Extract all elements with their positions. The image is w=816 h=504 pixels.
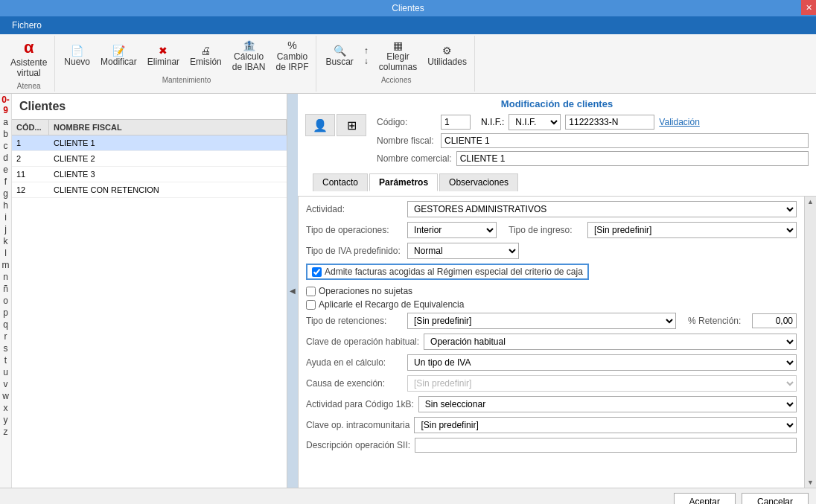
alpha-item-y[interactable]: y: [0, 414, 11, 426]
tipo-ingreso-label: Tipo de ingreso:: [509, 225, 583, 235]
clave-intracomunitaria-row: Clave op. intracomunitaria [Sin predefin…: [306, 417, 797, 433]
detail-title: Modificación de clientes: [305, 98, 809, 109]
nuevo-button[interactable]: 📄 Nuevo: [60, 42, 95, 69]
alpha-item-t[interactable]: t: [0, 354, 11, 366]
window-title: Clientes: [392, 3, 424, 13]
ayuda-calculo-label: Ayuda en el cálculo:: [306, 357, 403, 368]
alpha-item-n[interactable]: n: [0, 271, 11, 283]
alpha-item-r[interactable]: r: [0, 331, 11, 342]
modificar-button[interactable]: 📝 Modificar: [96, 42, 141, 69]
causa-exencion-select[interactable]: [Sin predefinir]: [407, 375, 797, 392]
pct-retencion-input[interactable]: [752, 313, 797, 328]
sort-button[interactable]: ↑↓: [360, 44, 373, 68]
codigo-input[interactable]: [441, 115, 471, 130]
tipo-iva-select[interactable]: Normal: [407, 243, 519, 259]
list-row[interactable]: 11 CLIENTE 3: [12, 167, 287, 182]
alpha-item-a[interactable]: a: [0, 116, 11, 128]
utilidades-button[interactable]: ⚙ Utilidades: [423, 42, 471, 69]
photo-icons: 👤 ⊞: [305, 114, 366, 136]
nif-input[interactable]: [565, 115, 654, 130]
asistente-virtual-button[interactable]: α Asistente virtual: [6, 37, 51, 80]
vertical-scrollbar[interactable]: ▲ ▼: [804, 197, 816, 488]
list-row[interactable]: 1 CLIENTE 1: [12, 135, 287, 151]
tab-observaciones[interactable]: Observaciones: [439, 173, 518, 191]
alpha-item-09[interactable]: 0-9: [0, 94, 11, 116]
buscar-icon: 🔍: [334, 45, 346, 57]
calculo-iban-button[interactable]: 🏦 Cálculo de IBAN: [228, 37, 270, 74]
alpha-item-p[interactable]: p: [0, 307, 11, 319]
tabs: Contacto Parámetros Observaciones: [305, 173, 809, 191]
eliminar-button[interactable]: ✖ Eliminar: [143, 42, 184, 69]
alpha-item-o[interactable]: o: [0, 295, 11, 307]
tipo-ingreso-select[interactable]: [Sin predefinir]: [587, 222, 797, 238]
aceptar-button[interactable]: Aceptar: [674, 493, 736, 504]
acciones-group-label: acciones: [381, 76, 412, 84]
cambio-irpf-button[interactable]: % Cambio de IRPF: [271, 37, 313, 74]
alpha-item-v[interactable]: v: [0, 378, 11, 390]
ayuda-calculo-select[interactable]: Un tipo de IVA: [407, 354, 797, 371]
alpha-item-c[interactable]: c: [0, 140, 11, 152]
elegir-columnas-button[interactable]: ▦ Elegir columnas: [374, 37, 421, 74]
fichero-menu[interactable]: Fichero: [4, 18, 49, 33]
scroll-up-arrow[interactable]: ▲: [806, 197, 815, 207]
list-header: CÓD... NOMBRE FISCAL: [12, 119, 287, 135]
descripcion-sii-label: Descripción operación SII:: [306, 440, 410, 450]
operaciones-no-sujetas-checkbox[interactable]: [306, 287, 316, 296]
admite-facturas-row: Admite facturas acogidas al Régimen espe…: [306, 264, 797, 283]
tab-content-area: Actividad: GESTORES ADMINISTRATIVOS Tipo…: [298, 197, 816, 488]
alpha-item-e[interactable]: e: [0, 164, 11, 176]
clave-operacion-row: Clave de operación habitual: Operación h…: [306, 334, 797, 350]
list-row[interactable]: 12 CLIENTE CON RETENCION: [12, 182, 287, 198]
recargo-equivalencia-checkbox[interactable]: [306, 300, 316, 310]
tab-contacto[interactable]: Contacto: [313, 173, 368, 191]
buscar-button[interactable]: 🔍 Buscar: [321, 42, 357, 69]
panel-toggle-arrow[interactable]: ◀: [287, 94, 298, 488]
alpha-item-x[interactable]: x: [0, 402, 11, 414]
scroll-down-arrow[interactable]: ▼: [806, 477, 815, 488]
alpha-item-l[interactable]: l: [0, 247, 11, 259]
emision-icon: 🖨: [200, 45, 211, 57]
tab-parametros[interactable]: Parámetros: [369, 173, 438, 191]
alpha-item-w[interactable]: w: [0, 390, 11, 402]
clave-operacion-select[interactable]: Operación habitual: [424, 334, 797, 350]
sort-icon: ↑↓: [364, 45, 369, 66]
modificar-icon: 📝: [112, 45, 125, 57]
menu-bar: Fichero: [0, 16, 816, 34]
alpha-item-h[interactable]: h: [0, 200, 11, 211]
list-row[interactable]: 2 CLIENTE 2: [12, 151, 287, 167]
actividad-select[interactable]: GESTORES ADMINISTRATIVOS: [407, 201, 797, 217]
alpha-item-m[interactable]: m: [0, 259, 11, 271]
nif-type-select[interactable]: N.I.F.: [509, 114, 561, 130]
ribbon-group-atenea: α Asistente virtual Atenea: [3, 36, 55, 92]
emision-button[interactable]: 🖨 Emisión: [185, 42, 226, 69]
admite-facturas-checkbox[interactable]: [312, 267, 322, 277]
alpha-item-f[interactable]: f: [0, 176, 11, 188]
mantenimiento-group-label: mantenimiento: [162, 76, 211, 84]
admite-facturas-label: Admite facturas acogidas al Régimen espe…: [325, 267, 583, 277]
cancelar-button[interactable]: Cancelar: [742, 493, 809, 504]
alpha-item-j[interactable]: j: [0, 223, 11, 235]
calculo-iban-icon: 🏦: [243, 39, 255, 51]
nombre-fiscal-input[interactable]: [441, 133, 809, 148]
alpha-item-z[interactable]: z: [0, 426, 11, 438]
tipo-operaciones-select[interactable]: Interior: [407, 222, 497, 238]
alpha-item-q[interactable]: q: [0, 319, 11, 331]
descripcion-sii-input[interactable]: [415, 438, 797, 453]
ribbon: α Asistente virtual Atenea 📄 Nuevo 📝 Mod…: [0, 34, 816, 94]
alpha-item-g[interactable]: g: [0, 188, 11, 200]
alpha-item-ñ[interactable]: ñ: [0, 283, 11, 295]
alpha-item-u[interactable]: u: [0, 366, 11, 378]
validacion-link[interactable]: Validación: [659, 117, 699, 127]
operaciones-no-sujetas-label: Operaciones no sujetas: [319, 286, 412, 296]
clave-intracomunitaria-select[interactable]: [Sin predefinir]: [414, 417, 797, 433]
alpha-item-k[interactable]: k: [0, 235, 11, 247]
nombre-comercial-input[interactable]: [456, 151, 809, 166]
close-button[interactable]: ✕: [801, 0, 816, 15]
tipo-retenciones-select[interactable]: [Sin predefinir]: [407, 313, 676, 329]
actividad-codigo-select[interactable]: Sin seleccionar: [418, 396, 797, 412]
alpha-item-i[interactable]: i: [0, 211, 11, 223]
alpha-item-b[interactable]: b: [0, 128, 11, 140]
alpha-item-d[interactable]: d: [0, 152, 11, 164]
alpha-item-s[interactable]: s: [0, 342, 11, 354]
ribbon-group-mantenimiento: 📄 Nuevo 📝 Modificar ✖ Eliminar 🖨 Emisión…: [57, 36, 316, 92]
